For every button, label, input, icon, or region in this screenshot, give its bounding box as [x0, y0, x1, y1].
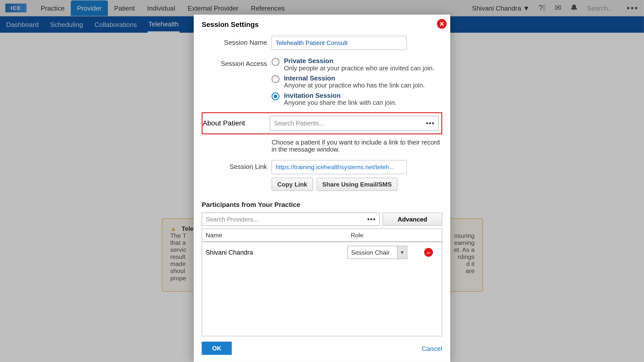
radio-icon	[271, 75, 279, 83]
table-row: Shivani Chandra Session Chair ▼ –	[202, 242, 442, 262]
session-access-label: Session Access	[202, 57, 272, 109]
session-name-label: Session Name	[202, 36, 272, 50]
col-name-header: Name	[202, 229, 347, 241]
close-icon[interactable]: ✕	[437, 19, 447, 29]
provider-search[interactable]: Search Providers... •••	[202, 213, 380, 226]
col-role-header: Role	[347, 229, 442, 241]
cancel-button[interactable]: Cancel	[422, 344, 442, 352]
caret-down-icon: ▼	[397, 246, 407, 258]
ellipsis-icon[interactable]: •••	[426, 119, 435, 127]
about-patient-search[interactable]: Search Patients... •••	[270, 116, 439, 131]
remove-icon[interactable]: –	[424, 248, 433, 257]
ellipsis-icon[interactable]: •••	[367, 215, 376, 223]
advanced-button[interactable]: Advanced	[383, 213, 442, 226]
radio-internal-session[interactable]: Internal Session Anyone at your practice…	[271, 74, 442, 89]
modal-title: Session Settings	[202, 21, 442, 29]
about-patient-label: About Patient	[203, 116, 270, 131]
copy-link-button[interactable]: Copy Link	[271, 178, 313, 191]
about-patient-row: About Patient Search Patients... •••	[202, 112, 442, 134]
session-settings-modal: Session Settings ✕ Session Name Session …	[194, 15, 450, 362]
ok-button[interactable]: OK	[202, 342, 232, 355]
participant-name: Shivani Chandra	[202, 246, 347, 258]
share-button[interactable]: Share Using Email/SMS	[316, 178, 397, 191]
participants-table: Name Role Shivani Chandra Session Chair …	[202, 229, 442, 336]
about-patient-helper: Choose a patient if you want to include …	[271, 139, 442, 153]
radio-invitation-session[interactable]: Invitation Session Anyone you share the …	[271, 92, 442, 106]
radio-icon	[271, 92, 279, 100]
session-link-label: Session Link	[202, 160, 272, 191]
session-link-field[interactable]: https://training.icehealthsystems.net/te…	[271, 160, 407, 174]
radio-private-session[interactable]: Private Session Only people at your prac…	[271, 57, 442, 72]
role-select[interactable]: Session Chair ▼	[347, 246, 407, 259]
radio-icon	[271, 58, 279, 66]
session-name-input[interactable]	[271, 36, 407, 50]
participants-heading: Participants from Your Practice	[202, 201, 442, 208]
